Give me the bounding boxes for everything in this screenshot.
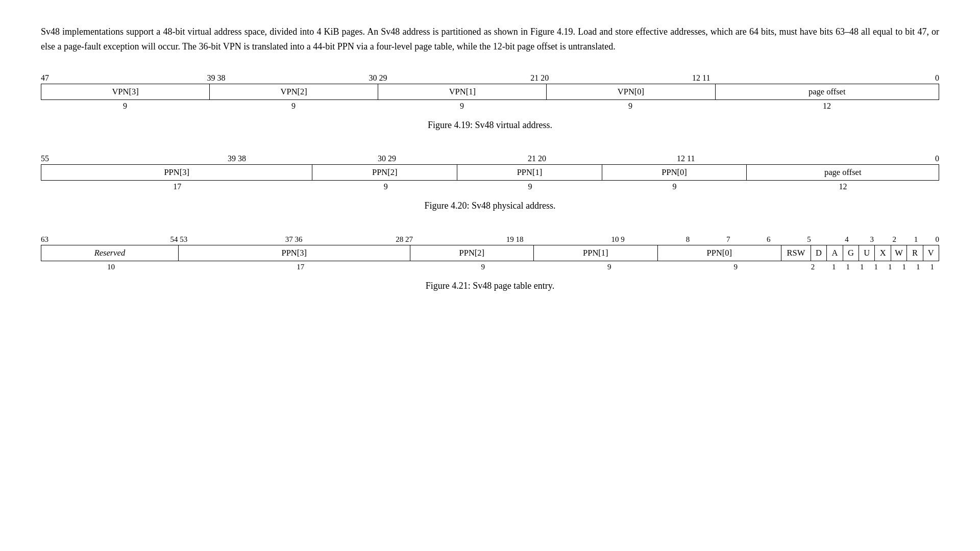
r-cell: R (907, 245, 923, 261)
width-9-vpn1: 9 (378, 102, 546, 111)
width-9-ppn2: 9 (313, 182, 458, 191)
width-9-ppn1-421: 9 (546, 263, 673, 271)
bit-6: 6 (767, 235, 771, 244)
page-offset-cell-420: page offset (747, 165, 939, 180)
bit-30-29-420: 30 29 (378, 154, 396, 163)
ppn1-cell-420: PPN[1] (457, 165, 602, 180)
v-cell: V (923, 245, 939, 261)
bit-0: 0 (935, 73, 939, 83)
bit-12-11-420: 12 11 (677, 154, 695, 163)
ppn0-cell-420: PPN[0] (602, 165, 747, 180)
width-2-rsw: 2 (799, 263, 827, 271)
width-9-vpn2: 9 (209, 102, 378, 111)
bit-7: 7 (726, 235, 730, 244)
width-1-d: 1 (827, 263, 841, 271)
vpn2-cell: VPN[2] (210, 84, 378, 99)
bit-37-36: 37 36 (285, 235, 303, 244)
figure-421: 63 54 53 37 36 28 27 19 18 10 9 8 7 6 5 … (41, 232, 939, 291)
ppn3-cell-421: PPN[3] (179, 245, 410, 261)
width-17-ppn3: 17 (41, 182, 313, 191)
bit-10-9: 10 9 (611, 235, 625, 244)
figure-419-widths: 9 9 9 9 12 (41, 102, 939, 111)
w-cell: W (891, 245, 907, 261)
width-1-w: 1 (897, 263, 912, 271)
width-9-vpn0: 9 (546, 102, 715, 111)
ppn0-cell-421: PPN[0] (658, 245, 782, 261)
g-cell: G (843, 245, 859, 261)
width-1-a: 1 (841, 263, 855, 271)
width-9-ppn0: 9 (602, 182, 747, 191)
bit-8: 8 (686, 235, 690, 244)
bit-3: 3 (870, 235, 874, 244)
bit-2: 2 (892, 235, 896, 244)
bit-4: 4 (845, 235, 849, 244)
figure-420-widths: 17 9 9 9 12 (41, 182, 939, 191)
bit-47: 47 (41, 73, 49, 83)
figure-420-diagram: 55 39 38 30 29 21 20 12 11 0 PPN[3] PPN[… (41, 151, 939, 191)
a-cell: A (827, 245, 843, 261)
bit-28-27: 28 27 (396, 235, 413, 244)
ppn2-cell-420: PPN[2] (312, 165, 457, 180)
bit-12-11: 12 11 (692, 73, 710, 83)
figure-421-caption: Figure 4.21: Sv48 page table entry. (41, 281, 939, 291)
figure-419-bit-numbers: 47 39 38 30 29 21 20 12 11 0 (41, 70, 939, 83)
bit-39-38-420: 39 38 (228, 154, 246, 163)
width-9-ppn2-421: 9 (420, 263, 547, 271)
rsw-cell: RSW (781, 245, 811, 261)
width-1-v: 1 (925, 263, 940, 271)
figure-419-caption: Figure 4.19: Sv48 virtual address. (41, 120, 939, 131)
width-17-ppn3-421: 17 (181, 263, 420, 271)
figure-421-diagram: 63 54 53 37 36 28 27 19 18 10 9 8 7 6 5 … (41, 232, 939, 271)
main-paragraph: Sv48 implementations support a 48-bit vi… (41, 24, 939, 54)
bit-39-38: 39 38 (207, 73, 226, 83)
figure-420-caption: Figure 4.20: Sv48 physical address. (41, 201, 939, 211)
bit-0-420: 0 (935, 154, 939, 163)
width-12-offset-419: 12 (715, 102, 939, 111)
width-9-vpn3: 9 (41, 102, 209, 111)
width-1-g: 1 (855, 263, 869, 271)
width-1-r: 1 (911, 263, 925, 271)
bit-55: 55 (41, 154, 49, 163)
ppn3-cell-420: PPN[3] (41, 165, 312, 180)
vpn0-cell: VPN[0] (547, 84, 715, 99)
width-10-reserved: 10 (41, 263, 181, 271)
width-12-offset-420: 12 (747, 182, 939, 191)
u-cell: U (859, 245, 875, 261)
bit-0-421: 0 (936, 235, 940, 244)
width-1-x: 1 (883, 263, 897, 271)
ppn2-cell-421: PPN[2] (410, 245, 534, 261)
figure-420-cells: PPN[3] PPN[2] PPN[1] PPN[0] page offset (41, 164, 939, 181)
bit-54-53: 54 53 (170, 235, 187, 244)
reserved-cell: Reserved (41, 245, 179, 261)
bit-21-20: 21 20 (530, 73, 549, 83)
figure-421-bit-numbers: 63 54 53 37 36 28 27 19 18 10 9 8 7 6 5 … (41, 232, 939, 244)
width-1-u: 1 (869, 263, 884, 271)
figure-420: 55 39 38 30 29 21 20 12 11 0 PPN[3] PPN[… (41, 151, 939, 211)
bit-30-29: 30 29 (369, 73, 387, 83)
vpn3-cell: VPN[3] (41, 84, 210, 99)
ppn1-cell-421: PPN[1] (534, 245, 658, 261)
bit-5: 5 (807, 235, 811, 244)
bit-19-18: 19 18 (506, 235, 524, 244)
width-9-ppn0-421: 9 (673, 263, 799, 271)
figure-419: 47 39 38 30 29 21 20 12 11 0 VPN[3] VPN[… (41, 70, 939, 131)
bit-1: 1 (914, 235, 918, 244)
bit-63: 63 (41, 235, 48, 244)
figure-419-cells: VPN[3] VPN[2] VPN[1] VPN[0] page offset (41, 84, 939, 100)
figure-421-widths: 10 17 9 9 9 2 1 1 1 1 1 1 1 1 (41, 263, 939, 271)
width-9-ppn1: 9 (458, 182, 602, 191)
figure-421-cells: Reserved PPN[3] PPN[2] PPN[1] PPN[0] RSW… (41, 245, 939, 261)
figure-419-diagram: 47 39 38 30 29 21 20 12 11 0 VPN[3] VPN[… (41, 70, 939, 111)
d-cell: D (811, 245, 827, 261)
figure-420-bit-numbers: 55 39 38 30 29 21 20 12 11 0 (41, 151, 939, 163)
bit-21-20-420: 21 20 (528, 154, 546, 163)
vpn1-cell: VPN[1] (378, 84, 547, 99)
x-cell: X (875, 245, 891, 261)
page-offset-cell-419: page offset (716, 84, 939, 99)
